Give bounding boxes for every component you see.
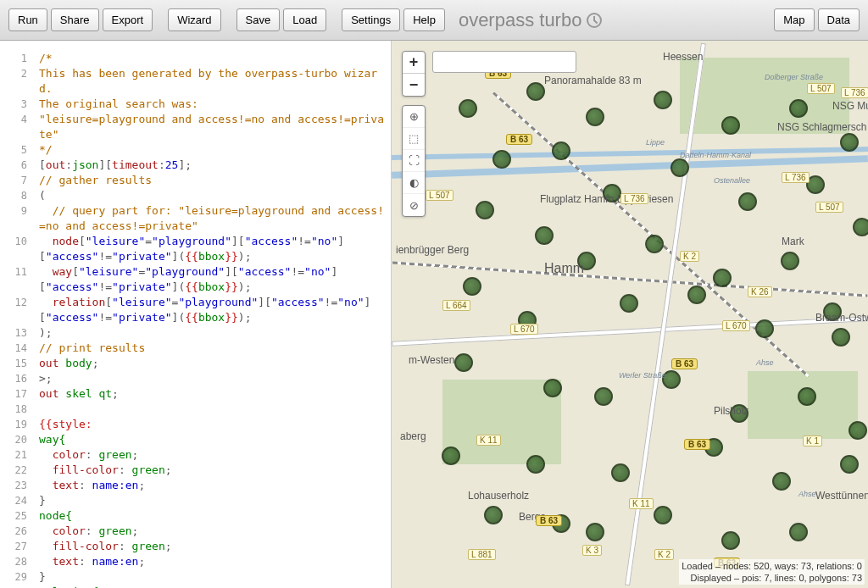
settings-button[interactable]: Settings (342, 8, 400, 31)
road-label: K 2 (680, 251, 699, 262)
poi-marker[interactable] (721, 116, 740, 135)
poi-marker[interactable] (586, 108, 604, 126)
status-displayed: Displayed – pois: 7, lines: 0, polygons:… (682, 572, 862, 584)
poi-marker[interactable] (459, 99, 477, 118)
road-label: L 664 (442, 300, 470, 311)
poi-marker[interactable] (721, 531, 740, 550)
help-button[interactable]: Help (403, 8, 445, 31)
poi-marker[interactable] (535, 226, 554, 245)
code-editor[interactable]: 12 34 56789 10 11 12 1314151617181920212… (0, 41, 392, 588)
poi-marker[interactable] (526, 82, 545, 101)
line-gutter: 12 34 56789 10 11 12 1314151617181920212… (0, 41, 34, 588)
poi-marker[interactable] (781, 252, 799, 270)
save-button[interactable]: Save (236, 8, 281, 31)
export-button[interactable]: Export (103, 8, 153, 31)
tab-map[interactable]: Map (774, 8, 814, 31)
wizard-button[interactable]: Wizard (168, 8, 220, 31)
load-button[interactable]: Load (283, 8, 326, 31)
poi-marker[interactable] (840, 133, 859, 152)
highway-label: B 63 (536, 515, 562, 526)
place-label: aberg (400, 430, 426, 442)
poi-marker[interactable] (849, 421, 867, 440)
poi-marker[interactable] (853, 218, 868, 236)
poi-marker[interactable] (755, 319, 774, 338)
poi-marker[interactable] (713, 269, 732, 287)
zoom-in-button[interactable]: + (403, 52, 425, 74)
poi-marker[interactable] (687, 286, 706, 304)
road-label: L 670 (722, 320, 750, 331)
poi-marker[interactable] (738, 192, 757, 211)
brand-icon (587, 13, 602, 28)
poi-marker[interactable] (586, 523, 604, 541)
status-bar: Loaded – nodes: 520, ways: 73, relations… (679, 559, 865, 585)
poi-marker[interactable] (832, 328, 850, 347)
share-button[interactable]: Share (51, 8, 99, 31)
map-search-input[interactable] (432, 51, 576, 73)
poi-marker[interactable] (543, 379, 562, 397)
place-label: ienbrügger Berg (396, 244, 469, 256)
locate-button[interactable]: ⊕ (403, 106, 425, 128)
road-label: K 26 (748, 286, 772, 297)
street-label: Ahse (798, 490, 816, 498)
poi-marker[interactable] (645, 235, 664, 253)
place-label: Lohauserholz (468, 490, 529, 502)
poi-marker[interactable] (840, 455, 859, 474)
poi-marker[interactable] (594, 387, 613, 406)
road-label: L 507 (426, 190, 453, 201)
poi-marker[interactable] (670, 158, 689, 177)
clear-button[interactable]: ⊘ (403, 194, 425, 216)
poi-marker[interactable] (789, 523, 808, 541)
poi-marker[interactable] (463, 277, 481, 296)
main: 12 34 56789 10 11 12 1314151617181920212… (0, 41, 868, 588)
poi-marker[interactable] (772, 472, 791, 491)
road-label: K 2 (654, 549, 674, 560)
place-label: Mark (782, 236, 804, 247)
poi-marker[interactable] (442, 447, 460, 465)
street-label: Werler Straße (619, 371, 666, 380)
poi-marker[interactable] (620, 294, 638, 313)
street-label: Lippe (646, 138, 665, 147)
road-label: L 881 (468, 549, 496, 560)
poi-marker[interactable] (492, 150, 511, 169)
place-label: Pilsholz (714, 405, 748, 417)
road-label: L 736 (782, 172, 810, 183)
map-canvas[interactable]: HeessenPanoramahalde 83 mFlugplatz Hamm … (392, 41, 868, 588)
tab-data[interactable]: Data (818, 8, 860, 31)
poi-marker[interactable] (798, 387, 816, 406)
street-label: Datteln-Hamm-Kanal (680, 151, 751, 159)
road-label: L 507 (815, 202, 843, 213)
brand-label: overpass turbo (459, 9, 582, 31)
place-label: Flugplatz Hamm Lippewiesen (540, 193, 673, 205)
toggle-data-button[interactable]: ◐ (403, 172, 425, 194)
poi-marker[interactable] (654, 506, 672, 524)
place-label: NSG Muel (832, 100, 868, 112)
zoom-out-button[interactable]: − (403, 74, 425, 96)
poi-marker[interactable] (476, 201, 494, 219)
road-label: K 1 (803, 435, 822, 447)
highway-label: B 63 (684, 439, 710, 450)
street-label: Ahse (756, 358, 774, 367)
road-label: L 736 (620, 193, 648, 204)
zoom-control: + − (402, 51, 426, 97)
street-label: Ostenallee (714, 176, 750, 185)
road-label: K 11 (629, 498, 654, 509)
poi-marker[interactable] (789, 99, 808, 118)
road-label: K 11 (476, 435, 501, 446)
poi-marker[interactable] (654, 91, 672, 109)
run-button[interactable]: Run (8, 8, 47, 31)
poi-marker[interactable] (484, 506, 503, 524)
poi-marker[interactable] (611, 463, 630, 482)
road-label: K 3 (582, 545, 602, 556)
map-view[interactable]: HeessenPanoramahalde 83 mFlugplatz Hamm … (392, 41, 868, 588)
toolbar: Run Share Export Wizard Save Load Settin… (0, 0, 868, 41)
code-area[interactable]: /* This has been generated by the overpa… (34, 41, 391, 588)
poi-marker[interactable] (526, 455, 545, 474)
road-label: L 507 (807, 83, 835, 94)
bbox-button[interactable]: ⬚ (403, 128, 425, 150)
poi-marker[interactable] (552, 141, 570, 160)
poi-marker[interactable] (454, 353, 473, 372)
brand: overpass turbo (459, 9, 603, 31)
road-label: L 736 (841, 87, 868, 98)
map-tools: ⊕ ⬚ ⛶ ◐ ⊘ (402, 105, 426, 217)
fullscreen-button[interactable]: ⛶ (403, 150, 425, 172)
